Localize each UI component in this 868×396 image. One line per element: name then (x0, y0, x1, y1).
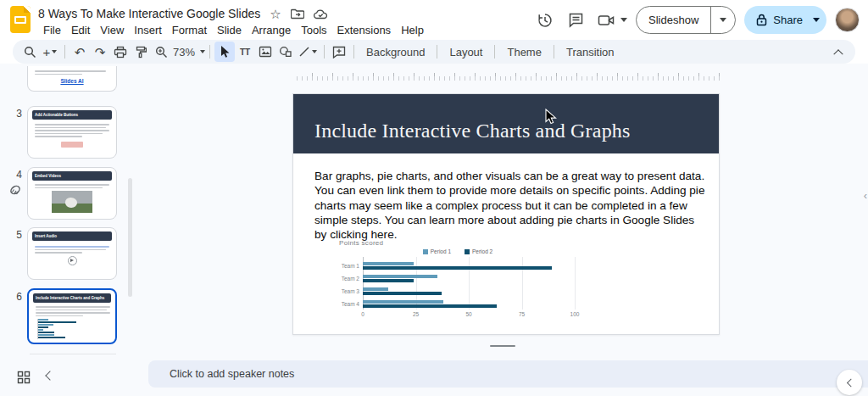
theme-button[interactable]: Theme (499, 42, 548, 62)
chart-bar (363, 300, 443, 304)
star-icon[interactable]: ☆ (270, 8, 281, 20)
thumb-link-text: Slides AI (28, 78, 116, 84)
share-button[interactable]: Share (744, 6, 826, 34)
insert-comment-tool[interactable] (329, 42, 349, 62)
mini-bar (38, 321, 76, 323)
chart-legend-entry: Period 2 (465, 248, 492, 254)
chart-bar (363, 275, 437, 278)
menu-view[interactable]: View (95, 23, 129, 37)
share-label: Share (773, 14, 803, 26)
menu-help[interactable]: Help (396, 23, 429, 37)
menu-slide[interactable]: Slide (212, 23, 247, 37)
thumb-mini-chart (37, 319, 114, 341)
line-dropdown-caret[interactable] (312, 50, 317, 53)
chart-category-label: Team 4 (334, 301, 359, 307)
menu-arrange[interactable]: Arrange (247, 23, 296, 37)
chart-title: Points scored (339, 239, 383, 247)
chart-legend-entry: Period 1 (423, 248, 451, 254)
insert-line-tool[interactable] (296, 42, 320, 62)
new-slide-caret[interactable] (52, 50, 57, 53)
collapse-filmstrip-icon[interactable] (45, 371, 54, 380)
slide-canvas: Include Interactive Charts and Graphs Ba… (140, 64, 868, 360)
search-menus-icon[interactable] (19, 42, 40, 62)
thumb-title: Embed Videos (32, 171, 112, 181)
menu-file[interactable]: File (38, 23, 66, 37)
slide-thumbnail-3[interactable]: Add Actionable Buttons (27, 106, 117, 159)
slide-number-4: 4 (8, 169, 22, 181)
current-slide[interactable]: Include Interactive Charts and Graphs Ba… (292, 93, 720, 335)
background-button[interactable]: Background (359, 42, 432, 62)
document-title[interactable]: 8 Ways To Make Interactive Google Slides (38, 7, 260, 20)
mini-bar (38, 337, 65, 338)
menu-extensions[interactable]: Extensions (332, 23, 397, 37)
meet-camera-icon[interactable] (595, 9, 617, 31)
layout-button[interactable]: Layout (442, 42, 490, 62)
insert-image-tool[interactable] (255, 42, 275, 62)
insert-shape-tool[interactable] (275, 42, 296, 62)
slide-title-block[interactable]: Include Interactive Charts and Graphs (293, 94, 719, 153)
comments-icon[interactable] (565, 9, 587, 31)
menu-tools[interactable]: Tools (296, 23, 331, 37)
menu-edit[interactable]: Edit (66, 23, 95, 37)
slide-filmstrip: Slides AI 3 Add Actionable Buttons 4 Emb… (0, 64, 140, 360)
chart-category-label: Team 3 (334, 288, 359, 294)
slides-logo-icon[interactable] (10, 6, 31, 33)
slide-thumbnail-2-partial[interactable]: Slides AI (27, 66, 117, 92)
menu-bar: File Edit View Insert Format Slide Arran… (38, 23, 429, 37)
thumb-title: Include Interactive Charts and Graphs (33, 293, 111, 303)
chart-gridline (522, 257, 523, 310)
speaker-notes-box[interactable]: Click to add speaker notes (148, 360, 868, 388)
chart-legend: Period 1Period 2 (334, 248, 581, 254)
chart-x-tick: 0 (355, 311, 370, 317)
thumb-title: Insert Audio (32, 231, 112, 241)
version-history-icon[interactable] (534, 9, 556, 31)
undo-icon[interactable]: ↶ (70, 42, 90, 62)
mouse-cursor (545, 109, 557, 125)
redo-icon[interactable]: ↷ (90, 42, 110, 62)
chart-bar (363, 266, 552, 270)
notes-resize-handle[interactable] (490, 345, 515, 347)
chart-x-tick: 75 (515, 311, 530, 317)
filmstrip-divider (30, 354, 116, 354)
filmstrip-scrollbar[interactable] (128, 178, 132, 297)
zoom-dropdown-caret[interactable] (200, 50, 205, 53)
thumb-cta-button (61, 142, 83, 148)
print-icon[interactable] (110, 42, 131, 62)
slide-thumbnail-5[interactable]: Insert Audio (27, 227, 117, 280)
select-tool[interactable] (214, 42, 235, 62)
new-slide-button[interactable]: + (40, 42, 60, 62)
mini-bar (38, 326, 48, 328)
zoom-level-value[interactable]: 73% (171, 46, 198, 59)
hide-menus-icon[interactable] (828, 42, 849, 62)
chart-category-label: Team 1 (334, 263, 359, 269)
thumb-video-image (52, 191, 92, 213)
slideshow-button[interactable]: Slideshow (637, 14, 710, 26)
slide-body-text[interactable]: Bar graphs, pie charts, and other visual… (314, 169, 707, 242)
slide-thumbnail-4[interactable]: Embed Videos (27, 167, 117, 220)
slide-thumbnail-6-selected[interactable]: Include Interactive Charts and Graphs (27, 288, 117, 344)
speaker-notes-placeholder: Click to add speaker notes (170, 368, 294, 380)
transition-button[interactable]: Transition (559, 42, 622, 62)
show-side-panel-button[interactable] (837, 370, 862, 395)
slideshow-dropdown[interactable] (711, 18, 735, 22)
paint-format-icon[interactable] (131, 42, 151, 62)
side-panel-collapse-chevron[interactable]: ‹ (864, 189, 867, 202)
camera-dropdown-caret[interactable] (620, 18, 627, 22)
menu-insert[interactable]: Insert (129, 23, 167, 37)
top-bar: 8 Ways To Make Interactive Google Slides… (0, 0, 868, 40)
slide-number-5: 5 (8, 229, 22, 241)
share-dropdown-caret[interactable] (813, 18, 820, 22)
mini-bar (38, 332, 54, 333)
move-folder-icon[interactable] (291, 8, 304, 20)
grid-view-icon[interactable] (15, 369, 32, 386)
slideshow-button-group: Slideshow (636, 6, 736, 34)
menu-format[interactable]: Format (167, 23, 212, 37)
legend-swatch (465, 249, 470, 254)
zoom-icon[interactable] (151, 42, 171, 62)
toolbar: + ↶ ↷ 73% TT (13, 40, 855, 64)
points-chart[interactable]: Points scoredPeriod 1Period 20255075100T… (334, 238, 581, 326)
account-avatar[interactable] (835, 8, 860, 32)
text-box-tool[interactable]: TT (235, 42, 255, 62)
chart-gridline (575, 257, 576, 310)
cloud-status-icon[interactable] (314, 8, 328, 20)
